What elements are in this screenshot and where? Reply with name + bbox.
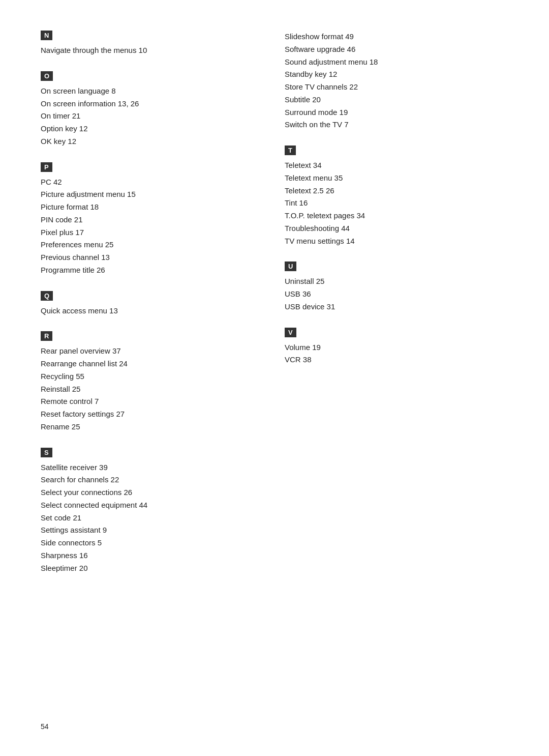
- section-v-section: VVolume 19VCR 38: [285, 328, 508, 367]
- section-t-section: TTeletext 34Teletext menu 35Teletext 2.5…: [285, 146, 508, 247]
- list-item: Programme title 26: [41, 264, 264, 277]
- list-item: Side connectors 5: [41, 537, 264, 549]
- list-item: T.O.P. teletext pages 34: [285, 210, 508, 222]
- page-content: NNavigate through the menus 10OOn screen…: [41, 31, 508, 589]
- section-letter-o: O: [41, 71, 53, 81]
- section-items-o-section: On screen language 8On screen informatio…: [41, 85, 264, 148]
- list-item: Satellite receiver 39: [41, 461, 264, 474]
- list-item: Navigate through the menus 10: [41, 44, 264, 57]
- list-item: PC 42: [41, 176, 264, 189]
- list-item: On timer 21: [41, 110, 264, 123]
- list-item: Pixel plus 17: [41, 226, 264, 239]
- list-item: Rename 25: [41, 421, 264, 433]
- list-item: OK key 12: [41, 135, 264, 148]
- section-s2-section: Slideshow format 49Software upgrade 46So…: [285, 31, 508, 131]
- list-item: Option key 12: [41, 123, 264, 135]
- section-items-s-section: Satellite receiver 39Search for channels…: [41, 461, 264, 575]
- section-items-s2-section: Slideshow format 49Software upgrade 46So…: [285, 31, 508, 131]
- list-item: Software upgrade 46: [285, 43, 508, 56]
- list-item: Remote control 7: [41, 395, 264, 408]
- list-item: Switch on the TV 7: [285, 119, 508, 131]
- list-item: VCR 38: [285, 354, 508, 366]
- list-item: Set code 21: [41, 512, 264, 525]
- section-items-p-section: PC 42Picture adjustment menu 15Picture f…: [41, 176, 264, 277]
- list-item: Standby key 12: [285, 68, 508, 81]
- section-items-t-section: Teletext 34Teletext menu 35Teletext 2.5 …: [285, 159, 508, 247]
- list-item: Troubleshooting 44: [285, 222, 508, 235]
- list-item: Previous channel 13: [41, 251, 264, 264]
- section-items-r-section: Rear panel overview 37Rearrange channel …: [41, 345, 264, 433]
- section-n-section: NNavigate through the menus 10: [41, 31, 264, 57]
- column-1: Slideshow format 49Software upgrade 46So…: [285, 31, 508, 589]
- list-item: TV menu settings 14: [285, 235, 508, 248]
- section-letter-v: V: [285, 328, 296, 337]
- list-item: Select connected equipment 44: [41, 499, 264, 512]
- list-item: USB 36: [285, 288, 508, 301]
- list-item: Quick access menu 13: [41, 305, 264, 317]
- list-item: Teletext menu 35: [285, 172, 508, 185]
- list-item: Recycling 55: [41, 370, 264, 383]
- list-item: Search for channels 22: [41, 474, 264, 486]
- section-letter-p: P: [41, 162, 52, 172]
- list-item: Volume 19: [285, 341, 508, 354]
- list-item: Slideshow format 49: [285, 31, 508, 43]
- list-item: Teletext 2.5 26: [285, 185, 508, 197]
- list-item: Reinstall 25: [41, 383, 264, 396]
- list-item: Sharpness 16: [41, 549, 264, 562]
- section-q-section: QQuick access menu 13: [41, 291, 264, 317]
- section-letter-t: T: [285, 146, 296, 155]
- list-item: Select your connections 26: [41, 486, 264, 499]
- column-0: NNavigate through the menus 10OOn screen…: [41, 31, 285, 589]
- list-item: Teletext 34: [285, 159, 508, 172]
- section-letter-s: S: [41, 448, 52, 457]
- page-number: 54: [41, 722, 49, 731]
- list-item: Picture adjustment menu 15: [41, 188, 264, 201]
- list-item: Sound adjustment menu 18: [285, 56, 508, 69]
- section-items-v-section: Volume 19VCR 38: [285, 341, 508, 367]
- section-letter-q: Q: [41, 291, 53, 301]
- list-item: Preferences menu 25: [41, 239, 264, 251]
- section-r-section: RRear panel overview 37Rearrange channel…: [41, 331, 264, 433]
- list-item: Tint 16: [285, 197, 508, 210]
- section-p-section: PPC 42Picture adjustment menu 15Picture …: [41, 162, 264, 277]
- section-items-q-section: Quick access menu 13: [41, 305, 264, 317]
- list-item: Reset factory settings 27: [41, 408, 264, 421]
- list-item: Sleeptimer 20: [41, 562, 264, 575]
- section-items-u-section: Uninstall 25USB 36USB device 31: [285, 275, 508, 313]
- list-item: Uninstall 25: [285, 275, 508, 288]
- list-item: On screen language 8: [41, 85, 264, 98]
- section-u-section: UUninstall 25USB 36USB device 31: [285, 261, 508, 313]
- list-item: PIN code 21: [41, 214, 264, 226]
- list-item: Rear panel overview 37: [41, 345, 264, 358]
- section-letter-r: R: [41, 331, 52, 341]
- section-letter-u: U: [285, 261, 296, 271]
- section-items-n-section: Navigate through the menus 10: [41, 44, 264, 57]
- list-item: On screen information 13, 26: [41, 98, 264, 110]
- list-item: Picture format 18: [41, 201, 264, 214]
- list-item: Rearrange channel list 24: [41, 358, 264, 370]
- list-item: Surround mode 19: [285, 106, 508, 119]
- list-item: Store TV channels 22: [285, 81, 508, 94]
- list-item: Subtitle 20: [285, 94, 508, 106]
- list-item: Settings assistant 9: [41, 524, 264, 537]
- list-item: USB device 31: [285, 301, 508, 313]
- section-letter-n: N: [41, 31, 52, 40]
- section-o-section: OOn screen language 8On screen informati…: [41, 71, 264, 148]
- section-s-section: SSatellite receiver 39Search for channel…: [41, 448, 264, 575]
